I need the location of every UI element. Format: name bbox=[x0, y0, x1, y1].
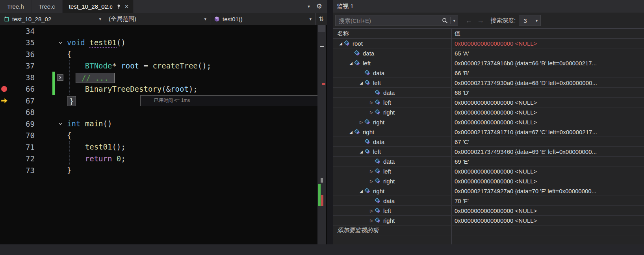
search-icon[interactable] bbox=[442, 18, 448, 24]
watch-row[interactable]: data66 'B' bbox=[333, 68, 644, 78]
fold-margin[interactable] bbox=[55, 153, 65, 165]
watch-row[interactable]: data68 'D' bbox=[333, 88, 644, 98]
code-text[interactable]: BTNode* root = createTree(); bbox=[65, 60, 317, 72]
horizontal-scrollbar-track[interactable] bbox=[0, 244, 644, 255]
breakpoint-icon[interactable] bbox=[1, 86, 7, 92]
watch-row[interactable]: data65 'A' bbox=[333, 48, 644, 58]
fold-margin[interactable] bbox=[55, 141, 65, 153]
search-depth-dropdown[interactable]: 3 ▾ bbox=[519, 15, 541, 26]
watch-variable-value[interactable]: 0x0000000000000000 <NULL> bbox=[452, 107, 644, 117]
tab-tree-c[interactable]: Tree.c bbox=[32, 0, 63, 13]
expand-icon[interactable]: ▷ bbox=[368, 179, 375, 183]
fold-margin[interactable] bbox=[55, 83, 65, 95]
tab-test-10-28-02[interactable]: test_10_28_02.c × bbox=[63, 0, 134, 13]
watch-variable-value[interactable]: 0x0000000000000000 <NULL> bbox=[452, 166, 644, 176]
breakpoint-margin[interactable] bbox=[0, 141, 10, 153]
watch-row[interactable]: ◢right0x00000217374927a0 {data=70 'F' le… bbox=[333, 186, 644, 196]
watch-row[interactable]: data69 'E' bbox=[333, 157, 644, 166]
watch-variable-value[interactable]: 66 'B' bbox=[452, 68, 644, 78]
collapse-icon[interactable]: ◢ bbox=[358, 189, 364, 193]
expand-icon[interactable]: ▷ bbox=[368, 209, 375, 213]
watch-variable-value[interactable]: 0x0000000000000000 <NULL> bbox=[452, 176, 644, 186]
pin-icon[interactable] bbox=[116, 4, 121, 9]
watch-row[interactable]: ▷right0x0000000000000000 <NULL> bbox=[333, 176, 644, 186]
watch-variable-value[interactable]: 0x0000000000000000 <NULL> bbox=[452, 98, 644, 107]
code-text[interactable]: // ... bbox=[65, 72, 317, 83]
fold-margin[interactable] bbox=[55, 107, 65, 118]
code-text[interactable] bbox=[65, 107, 317, 118]
breakpoint-margin[interactable] bbox=[0, 72, 10, 83]
fold-expanded-icon[interactable] bbox=[58, 41, 63, 44]
project-dropdown[interactable]: test_10_28_02 ▾ bbox=[0, 13, 105, 25]
expand-icon[interactable]: ▷ bbox=[368, 110, 375, 115]
watch-variable-value[interactable]: 0x0000000000000000 <NULL> bbox=[452, 117, 644, 127]
code-text[interactable]: return 0; bbox=[65, 153, 317, 165]
watch-variable-value[interactable]: 0x00000217374930a0 {data=68 'D' left=0x0… bbox=[452, 78, 644, 87]
watch-variable-value[interactable]: 0x0000000000000000 <NULL> bbox=[452, 206, 644, 215]
code-text[interactable]: } bbox=[65, 164, 317, 176]
fold-margin[interactable] bbox=[55, 118, 65, 130]
expand-icon[interactable]: ▷ bbox=[358, 120, 364, 124]
fold-margin[interactable] bbox=[55, 72, 65, 83]
close-icon[interactable]: × bbox=[125, 4, 128, 10]
watch-row[interactable]: data67 'C' bbox=[333, 137, 644, 147]
collapsed-region-box[interactable]: // ... bbox=[76, 73, 115, 83]
watch-row[interactable]: ◢left0x00000217374916b0 {data=66 'B' lef… bbox=[333, 58, 644, 68]
watch-variable-value[interactable]: 0x0000021737491710 {data=67 'C' left=0x0… bbox=[452, 127, 644, 137]
watch-row[interactable]: ◢left0x00000217374930a0 {data=68 'D' lef… bbox=[333, 78, 644, 88]
watch-row[interactable]: ▷right0x0000000000000000 <NULL> bbox=[333, 117, 644, 127]
tab-tree-h[interactable]: Tree.h bbox=[0, 0, 32, 13]
expand-icon[interactable]: ▷ bbox=[368, 100, 375, 105]
breakpoint-margin[interactable] bbox=[0, 37, 10, 49]
breakpoint-margin[interactable] bbox=[0, 118, 10, 130]
code-text[interactable]: BinaryTreeDestory(&root); bbox=[65, 83, 317, 95]
split-editor-icon[interactable]: ⇅ bbox=[316, 13, 327, 25]
code-text[interactable]: { bbox=[65, 48, 317, 60]
breakpoint-margin[interactable] bbox=[0, 48, 10, 60]
column-header-name[interactable]: 名称 bbox=[333, 29, 452, 38]
breakpoint-margin[interactable] bbox=[0, 164, 10, 176]
code-editor[interactable]: 3435void test01()36{37 BTNode* root = cr… bbox=[0, 25, 317, 244]
breakpoint-margin[interactable] bbox=[0, 130, 10, 142]
fold-margin[interactable] bbox=[55, 164, 65, 176]
watch-row[interactable]: ◢left0x0000021737493460 {data=69 'E' lef… bbox=[333, 147, 644, 157]
watch-row[interactable]: ▷right0x0000000000000000 <NULL> bbox=[333, 216, 644, 225]
column-header-value[interactable]: 值 bbox=[452, 29, 460, 38]
search-next-icon[interactable]: → bbox=[475, 17, 486, 25]
breakpoint-margin[interactable] bbox=[0, 83, 10, 95]
code-text[interactable]: { bbox=[65, 130, 317, 142]
watch-variable-value[interactable]: 0x0000021737493460 {data=69 'E' left=0x0… bbox=[452, 147, 644, 156]
expand-icon[interactable]: ▷ bbox=[368, 169, 375, 174]
watch-variable-value[interactable]: 68 'D' bbox=[452, 88, 644, 97]
watch-variable-value[interactable]: 0x0000000000000000 <NULL> bbox=[452, 216, 644, 225]
watch-row[interactable]: ▷left0x0000000000000000 <NULL> bbox=[333, 98, 644, 107]
watch-row[interactable]: data70 'F' bbox=[333, 196, 644, 206]
watch-row[interactable]: ◢root0x0000000000000000 <NULL> bbox=[333, 39, 644, 48]
collapse-icon[interactable]: ◢ bbox=[358, 150, 364, 154]
search-input[interactable] bbox=[339, 17, 440, 24]
editor-vertical-scrollbar[interactable] bbox=[317, 25, 326, 244]
fold-margin[interactable] bbox=[55, 95, 65, 107]
code-text[interactable] bbox=[65, 25, 317, 37]
watch-variable-value[interactable]: 67 'C' bbox=[452, 137, 644, 146]
collapse-icon[interactable]: ◢ bbox=[348, 61, 354, 65]
member-dropdown[interactable]: test01() ▾ bbox=[210, 13, 316, 25]
scope-dropdown[interactable]: (全局范围) ▾ bbox=[105, 13, 210, 25]
gear-icon[interactable]: ⚙ bbox=[316, 2, 322, 11]
code-text[interactable]: void test01() bbox=[65, 37, 317, 49]
watch-row[interactable]: ▷left0x0000000000000000 <NULL> bbox=[333, 166, 644, 176]
breakpoint-margin[interactable] bbox=[0, 25, 10, 37]
watch-variable-value[interactable]: 70 'F' bbox=[452, 196, 644, 205]
breakpoint-margin[interactable] bbox=[0, 153, 10, 165]
watch-row[interactable]: ◢right0x0000021737491710 {data=67 'C' le… bbox=[333, 127, 644, 137]
tab-list-chevron-icon[interactable]: ▾ bbox=[308, 4, 310, 9]
collapse-icon[interactable]: ◢ bbox=[348, 130, 354, 134]
breakpoint-margin[interactable] bbox=[0, 60, 10, 72]
collapse-icon[interactable]: ◢ bbox=[358, 81, 364, 85]
fold-margin[interactable] bbox=[55, 60, 65, 72]
search-options-chevron-icon[interactable]: ▾ bbox=[453, 18, 455, 23]
watch-variable-value[interactable]: 65 'A' bbox=[452, 48, 644, 58]
watch-row[interactable]: ▷right0x0000000000000000 <NULL> bbox=[333, 107, 644, 117]
fold-expanded-icon[interactable] bbox=[58, 122, 63, 125]
watch-search-box[interactable]: ▾ bbox=[335, 15, 458, 26]
